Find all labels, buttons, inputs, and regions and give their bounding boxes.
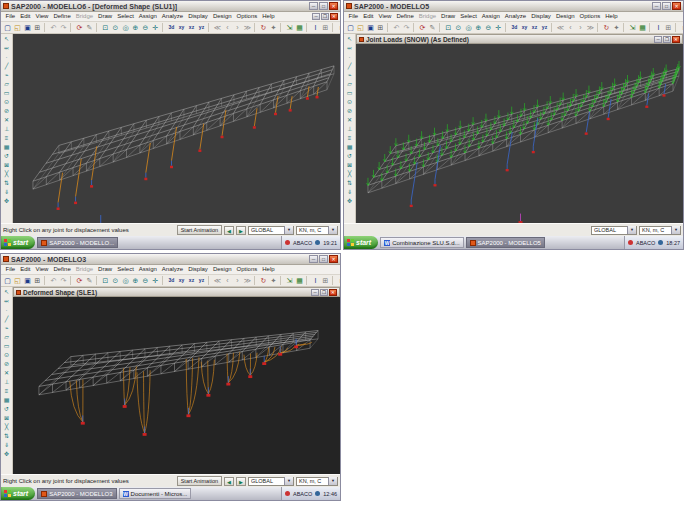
maximize-button[interactable]: □ bbox=[662, 2, 671, 10]
taskbar-task[interactable]: SAP2000 - MODELLO3 bbox=[37, 488, 116, 499]
snap-intersection-icon[interactable]: ✕ bbox=[2, 116, 11, 125]
mdi-close-button[interactable]: ✕ bbox=[330, 13, 338, 20]
child-window-titlebar[interactable]: Joint Loads (SNOW) (As Defined) ─ ❐ ✕ bbox=[356, 34, 683, 44]
open-model-icon[interactable]: ◱ bbox=[356, 23, 365, 32]
zoom-previous-icon[interactable]: ◎ bbox=[121, 276, 130, 285]
view-3d-icon[interactable]: 3d bbox=[167, 23, 176, 32]
snap-joint-icon[interactable]: ⊙ bbox=[345, 98, 354, 107]
undo-icon[interactable]: ↶ bbox=[49, 276, 58, 285]
nav-prev-icon[interactable]: ‹ bbox=[223, 23, 232, 32]
draw-quad-area-icon[interactable]: ▱ bbox=[2, 80, 11, 89]
child-restore-button[interactable]: ❐ bbox=[320, 289, 328, 296]
restore-previous-selection-icon[interactable]: ↺ bbox=[2, 152, 11, 161]
lock-model-icon[interactable]: ✎ bbox=[85, 276, 94, 285]
menu-edit[interactable]: Edit bbox=[18, 12, 33, 21]
down-one-gridline-icon[interactable]: ⇓ bbox=[345, 188, 354, 197]
rotate-view-icon[interactable]: ↻ bbox=[259, 276, 268, 285]
snap-perpendicular-icon[interactable]: ⊥ bbox=[345, 125, 354, 134]
undo-icon[interactable]: ↶ bbox=[49, 23, 58, 32]
reshape-object-icon[interactable]: ⬹ bbox=[2, 44, 11, 53]
units-select[interactable]: KN, m, C ▼ bbox=[639, 226, 681, 235]
clear-selection-icon[interactable]: ⊠ bbox=[2, 414, 11, 423]
quick-draw-area-icon[interactable]: ▭ bbox=[2, 89, 11, 98]
quick-draw-frame-icon[interactable]: ⌁ bbox=[2, 324, 11, 333]
reshape-object-icon[interactable]: ⬹ bbox=[345, 44, 354, 53]
taskbar-task[interactable]: WCombinazione SLU.S.d... bbox=[380, 237, 463, 248]
start-animation-button[interactable]: Start Animation bbox=[177, 476, 222, 486]
draw-frame-shape-n-icon[interactable]: n bbox=[337, 23, 340, 32]
draw-quad-area-icon[interactable]: ▱ bbox=[345, 80, 354, 89]
pan-icon[interactable]: ✛ bbox=[151, 276, 160, 285]
zoom-out-icon[interactable]: ⊖ bbox=[484, 23, 493, 32]
menu-view[interactable]: View bbox=[33, 12, 51, 21]
menu-view[interactable]: View bbox=[376, 12, 394, 21]
zoom-out-icon[interactable]: ⊖ bbox=[141, 276, 150, 285]
snap-perpendicular-icon[interactable]: ⊥ bbox=[2, 125, 11, 134]
menu-analyze[interactable]: Analyze bbox=[502, 12, 528, 21]
taskbar-task[interactable]: WDocumenti - Micros... bbox=[119, 488, 192, 499]
view-xz-icon[interactable]: xz bbox=[187, 276, 196, 285]
start-button[interactable]: start bbox=[1, 487, 35, 500]
menu-draw[interactable]: Draw bbox=[96, 265, 115, 274]
zoom-previous-icon[interactable]: ◎ bbox=[464, 23, 473, 32]
menu-select[interactable]: Select bbox=[458, 12, 480, 21]
start-button[interactable]: start bbox=[344, 236, 378, 249]
rotate-view-icon[interactable]: ↻ bbox=[602, 23, 611, 32]
units-select[interactable]: KN, m, C ▼ bbox=[296, 477, 338, 486]
draw-joint-icon[interactable]: · bbox=[2, 306, 11, 315]
tray-app-icon[interactable] bbox=[285, 240, 290, 245]
new-model-icon[interactable]: ▢ bbox=[346, 23, 355, 32]
restore-previous-selection-icon[interactable]: ↺ bbox=[2, 405, 11, 414]
pan-icon[interactable]: ✛ bbox=[494, 23, 503, 32]
draw-joint-icon[interactable]: · bbox=[345, 53, 354, 62]
select-all-icon[interactable]: ▦ bbox=[345, 143, 354, 152]
menu-options[interactable]: Options bbox=[577, 12, 603, 21]
intersecting-line-select-icon[interactable]: ╳ bbox=[345, 170, 354, 179]
maximize-button[interactable]: □ bbox=[319, 2, 328, 10]
pointer-select-icon[interactable]: ↖ bbox=[345, 35, 354, 44]
menu-display[interactable]: Display bbox=[529, 12, 554, 21]
zoom-full-icon[interactable]: ⊙ bbox=[111, 23, 120, 32]
model-viewport[interactable] bbox=[13, 34, 340, 223]
redo-icon[interactable]: ↷ bbox=[59, 23, 68, 32]
menu-view[interactable]: View bbox=[33, 265, 51, 274]
lock-model-icon[interactable]: ✎ bbox=[428, 23, 437, 32]
minimize-button[interactable]: ─ bbox=[309, 255, 318, 263]
child-close-button[interactable]: ✕ bbox=[329, 289, 337, 296]
view-yz-icon[interactable]: yz bbox=[197, 276, 206, 285]
minimize-button[interactable]: ─ bbox=[309, 2, 318, 10]
assign-frame-section-icon[interactable]: I bbox=[311, 23, 320, 32]
model-viewport[interactable] bbox=[356, 44, 683, 223]
child-window-titlebar[interactable]: Deformed Shape (SLE1) ─ ❐ ✕ bbox=[13, 287, 340, 297]
menu-edit[interactable]: Edit bbox=[18, 265, 33, 274]
move-view-icon[interactable]: ✥ bbox=[345, 197, 354, 206]
view-yz-icon[interactable]: yz bbox=[197, 23, 206, 32]
clear-selection-icon[interactable]: ⊠ bbox=[345, 161, 354, 170]
view-3d-icon[interactable]: 3d bbox=[510, 23, 519, 32]
menu-file[interactable]: File bbox=[3, 265, 18, 274]
tray-volume-icon[interactable] bbox=[315, 240, 320, 245]
menu-help[interactable]: Help bbox=[260, 265, 277, 274]
mdi-minimize-button[interactable]: ─ bbox=[312, 13, 320, 20]
view-xz-icon[interactable]: xz bbox=[530, 23, 539, 32]
menu-select[interactable]: Select bbox=[115, 265, 137, 274]
print-icon[interactable]: ⊞ bbox=[376, 23, 385, 32]
quick-draw-area-icon[interactable]: ▭ bbox=[345, 89, 354, 98]
zoom-full-icon[interactable]: ⊙ bbox=[454, 23, 463, 32]
draw-frame-icon[interactable]: ╱ bbox=[345, 62, 354, 71]
taskbar-task[interactable]: SAP2000 - MODELLO... bbox=[37, 237, 118, 248]
object-shrink-toggle-icon[interactable]: ⇲ bbox=[285, 23, 294, 32]
quick-draw-frame-icon[interactable]: ⌁ bbox=[2, 71, 11, 80]
tray-app-icon[interactable] bbox=[628, 240, 633, 245]
new-model-icon[interactable]: ▢ bbox=[3, 23, 12, 32]
reshape-object-icon[interactable]: ⬹ bbox=[2, 297, 11, 306]
view-xz-icon[interactable]: xz bbox=[187, 23, 196, 32]
menu-bridge[interactable]: Bridge bbox=[73, 12, 95, 21]
menu-design[interactable]: Design bbox=[210, 265, 234, 274]
snap-joint-icon[interactable]: ⊙ bbox=[2, 98, 11, 107]
nav-first-icon[interactable]: ≪ bbox=[556, 23, 565, 32]
view-3d-icon[interactable]: 3d bbox=[167, 276, 176, 285]
pointer-select-icon[interactable]: ↖ bbox=[2, 288, 11, 297]
intersecting-line-select-icon[interactable]: ╳ bbox=[2, 423, 11, 432]
zoom-rubber-band-icon[interactable]: ⊡ bbox=[101, 276, 110, 285]
